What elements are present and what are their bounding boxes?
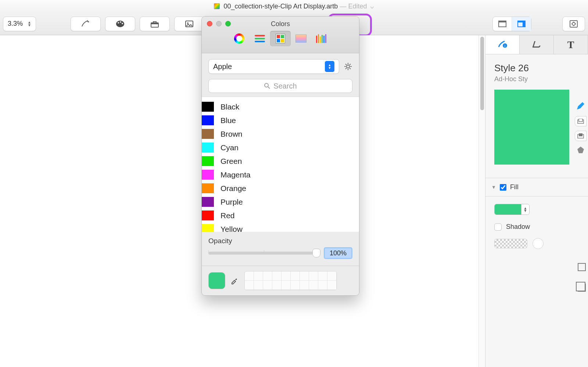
- svg-line-35: [349, 64, 351, 65]
- color-swatch: [202, 211, 214, 220]
- canvas-scrollbar[interactable]: [478, 35, 485, 367]
- svg-rect-15: [570, 21, 577, 27]
- fill-enabled-checkbox[interactable]: [500, 184, 506, 191]
- mode-wheel[interactable]: [229, 31, 250, 46]
- color-name: Blue: [220, 116, 236, 125]
- pen-tool-button[interactable]: [71, 17, 101, 31]
- color-name: Yellow: [220, 225, 243, 232]
- opacity-value-field[interactable]: 100%: [324, 247, 352, 259]
- svg-line-32: [345, 64, 347, 65]
- style-subtitle: Ad-Hoc Sty: [485, 75, 588, 90]
- stepper-arrows-icon[interactable]: ▲▼: [521, 204, 529, 215]
- color-row[interactable]: Purple: [202, 195, 359, 209]
- color-row[interactable]: Cyan: [202, 141, 359, 154]
- color-row[interactable]: Black: [202, 100, 359, 114]
- shadow-label: Shadow: [506, 223, 530, 231]
- opacity-slider-thumb[interactable]: [312, 249, 320, 258]
- color-row[interactable]: Magenta: [202, 168, 359, 181]
- zoom-window-button[interactable]: [225, 21, 231, 26]
- library-button[interactable]: [140, 17, 170, 31]
- settings-button[interactable]: [562, 17, 585, 31]
- window-controls: [207, 21, 231, 26]
- mode-pencils[interactable]: [311, 31, 332, 46]
- scrollbar-thumb[interactable]: [480, 37, 484, 110]
- tab-text[interactable]: T: [554, 35, 588, 54]
- toolbox-icon: [150, 19, 159, 29]
- disclosure-triangle-icon[interactable]: ▼: [491, 184, 496, 190]
- svg-rect-5: [151, 23, 158, 24]
- single-pane-icon: [498, 19, 507, 29]
- color-row[interactable]: Yellow: [202, 222, 359, 232]
- opacity-slider[interactable]: [208, 252, 319, 255]
- image-button[interactable]: [174, 17, 204, 31]
- color-swatch: [202, 183, 214, 193]
- paint-tool-button[interactable]: [105, 17, 135, 31]
- palette-gear-button[interactable]: [344, 62, 352, 71]
- split-pane-button[interactable]: [512, 17, 531, 31]
- svg-rect-11: [499, 21, 506, 22]
- color-name: Orange: [220, 184, 246, 193]
- color-name: Cyan: [220, 143, 239, 152]
- color-row[interactable]: Red: [202, 209, 359, 222]
- stack-icon[interactable]: [578, 284, 586, 292]
- image-icon: [184, 19, 194, 29]
- fill-color-stepper[interactable]: ▲▼: [494, 204, 530, 215]
- document-edited-label: — Edited: [340, 3, 367, 10]
- fill-label: Fill: [510, 183, 582, 191]
- document-icon: [214, 3, 220, 9]
- color-swatch: [202, 115, 214, 125]
- color-row[interactable]: Green: [202, 154, 359, 168]
- shadow-row: Shadow: [494, 223, 588, 231]
- color-name: Black: [220, 102, 239, 111]
- svg-point-36: [265, 83, 268, 87]
- color-row[interactable]: Brown: [202, 127, 359, 141]
- mode-palettes[interactable]: [270, 31, 291, 46]
- colors-window: Colors: [201, 16, 359, 296]
- single-pane-button[interactable]: [493, 17, 512, 31]
- style-chip-1[interactable]: [575, 116, 587, 126]
- color-swatch: [202, 170, 214, 180]
- color-mode-tabs: [202, 31, 359, 46]
- color-row[interactable]: Orange: [202, 181, 359, 195]
- search-placeholder: Search: [273, 82, 297, 90]
- pencils-icon: [316, 34, 327, 43]
- color-wheel-icon: [234, 33, 244, 44]
- fill-color-swatch[interactable]: [495, 204, 521, 215]
- svg-text:i: i: [505, 44, 505, 48]
- fill-section-header[interactable]: ▼ Fill: [485, 178, 588, 197]
- eyedropper-button[interactable]: [230, 277, 238, 284]
- color-swatch: [202, 156, 214, 166]
- text-tab-icon: T: [567, 39, 574, 51]
- current-color-well[interactable]: [208, 272, 225, 289]
- color-row[interactable]: Blue: [202, 114, 359, 127]
- svg-rect-13: [518, 21, 525, 22]
- color-name: Purple: [220, 198, 243, 206]
- tab-style[interactable]: i: [485, 35, 520, 54]
- edit-pencil-icon[interactable]: [576, 101, 586, 112]
- close-window-button[interactable]: [207, 21, 212, 26]
- opacity-knob[interactable]: [533, 238, 544, 249]
- inspector-tabs: i T: [485, 35, 588, 54]
- title-chevron-icon[interactable]: ⌵: [370, 0, 374, 12]
- minimize-window-button[interactable]: [216, 21, 222, 26]
- color-search-input[interactable]: Search: [208, 79, 352, 93]
- document-filename: 00_collection-style-Clip Art Display.art…: [224, 3, 338, 10]
- opacity-gradient-well[interactable]: [494, 239, 527, 248]
- color-name: Brown: [220, 130, 243, 138]
- stepper-arrows-icon: ▲▼: [28, 21, 31, 27]
- mode-image[interactable]: [291, 31, 311, 46]
- tab-geometry[interactable]: [520, 35, 554, 54]
- palette-select[interactable]: Apple ▲▼: [208, 59, 339, 74]
- pentagon-icon[interactable]: [576, 145, 585, 156]
- svg-line-37: [268, 87, 270, 89]
- color-name: Green: [220, 157, 242, 166]
- shadow-checkbox[interactable]: [494, 223, 502, 231]
- style-chip-2[interactable]: [575, 131, 587, 141]
- bounds-icon[interactable]: [578, 263, 586, 271]
- svg-line-33: [349, 68, 351, 69]
- svg-point-2: [120, 21, 121, 23]
- select-arrows-icon: ▲▼: [325, 61, 334, 72]
- swatch-wells[interactable]: [244, 271, 337, 290]
- zoom-dropdown[interactable]: 3.3% ▲▼: [3, 17, 36, 31]
- mode-sliders[interactable]: [250, 31, 270, 46]
